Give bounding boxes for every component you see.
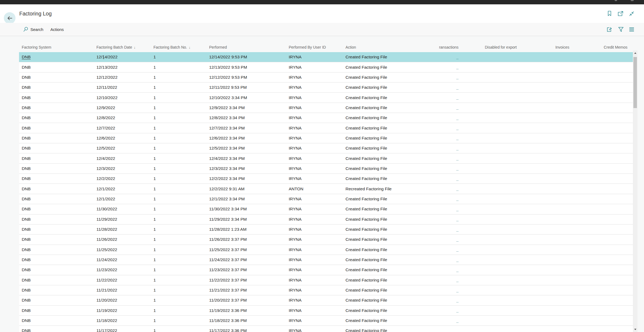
factoring-system-link[interactable]: DNB	[22, 65, 31, 70]
cell-transactions-link[interactable]: _	[439, 143, 460, 153]
table-row[interactable]: DNB ⋮ 12/10/2022 1 12/10/2022 3:34 PM IR…	[19, 93, 633, 103]
cell-transactions-link[interactable]: _	[439, 204, 460, 214]
table-row[interactable]: DNB ⋮ 11/19/2022 1 11/19/2022 3:36 PM IR…	[19, 306, 633, 316]
cell-factoring-system[interactable]: DNB ⋮	[19, 164, 94, 173]
table-row[interactable]: DNB ⋮ 12/3/2022 1 12/3/2022 3:34 PM IRYN…	[19, 164, 633, 174]
scroll-down-button[interactable]	[633, 327, 637, 331]
factoring-system-link[interactable]: DNB	[22, 115, 31, 120]
table-row[interactable]: DNB ⋮ 12/11/2022 1 12/11/2022 9:53 PM IR…	[19, 83, 633, 93]
cell-factoring-system[interactable]: DNB ⋮	[19, 326, 94, 332]
table-row[interactable]: DNB ⋮ 11/20/2022 1 11/20/2022 3:37 PM IR…	[19, 295, 633, 305]
factoring-system-link[interactable]: DNB	[22, 318, 31, 323]
bookmark-button[interactable]	[607, 10, 612, 17]
factoring-system-link[interactable]: DNB	[22, 217, 31, 222]
cell-factoring-system[interactable]: DNB ⋮	[19, 295, 94, 305]
vertical-scrollbar[interactable]	[633, 50, 637, 332]
cell-transactions-link[interactable]: _	[439, 113, 460, 123]
cell-factoring-system[interactable]: DNB ⋮	[19, 255, 94, 265]
factoring-system-link[interactable]: DNB	[22, 237, 31, 242]
table-row[interactable]: DNB ⋮ 11/25/2022 1 11/25/2022 3:37 PM IR…	[19, 245, 633, 255]
cell-factoring-system[interactable]: DNB ⋮	[19, 285, 94, 295]
table-row[interactable]: DNB ⋮ 12/13/2022 1 12/13/2022 9:53 PM IR…	[19, 62, 633, 72]
table-row[interactable]: DNB ⋮ 11/24/2022 1 11/24/2022 3:37 PM IR…	[19, 255, 633, 265]
open-in-new-window-button[interactable]	[617, 11, 624, 17]
cell-transactions-link[interactable]: _	[439, 214, 460, 224]
cell-factoring-system[interactable]: DNB ⋮	[19, 235, 94, 244]
cell-transactions-link[interactable]: _	[439, 83, 460, 92]
table-row[interactable]: DNB ⋮ 12/8/2022 1 12/8/2022 3:34 PM IRYN…	[19, 113, 633, 123]
table-row[interactable]: DNB ⋮ 12/6/2022 1 12/6/2022 3:34 PM IRYN…	[19, 133, 633, 143]
cell-transactions-link[interactable]: _	[439, 164, 460, 173]
cell-transactions-link[interactable]: _	[439, 103, 460, 113]
table-row[interactable]: DNB ⋮ 11/17/2022 1 11/17/2022 3:36 PM IR…	[19, 326, 633, 332]
cell-factoring-system[interactable]: DNB ⋮	[19, 306, 94, 315]
factoring-system-link[interactable]: DNB	[22, 176, 31, 181]
cell-factoring-system[interactable]: DNB ⋮	[19, 93, 94, 102]
cell-factoring-system[interactable]: DNB ⋮	[19, 174, 94, 184]
cell-transactions-link[interactable]: _	[439, 184, 460, 194]
table-row[interactable]: DNB ⋮ 11/18/2022 1 11/18/2022 3:36 PM IR…	[19, 316, 633, 326]
cell-factoring-system[interactable]: DNB ⋮	[19, 275, 94, 285]
column-header-factoring-batch-no[interactable]: Factoring Batch No. ↓	[151, 42, 206, 52]
cell-factoring-system[interactable]: DNB ⋮	[19, 113, 94, 123]
choose-columns-button[interactable]	[629, 27, 635, 32]
factoring-system-link[interactable]: DNB	[22, 166, 31, 171]
factoring-system-link[interactable]: DNB	[22, 278, 31, 283]
cell-transactions-link[interactable]: _	[439, 72, 460, 82]
table-row[interactable]: DNB ⋮ 11/30/2022 1 11/30/2022 3:34 PM IR…	[19, 204, 633, 214]
table-row[interactable]: DNB ⋮ 11/29/2022 1 11/29/2022 3:34 PM IR…	[19, 214, 633, 225]
factoring-system-link[interactable]: DNB	[22, 95, 31, 100]
factoring-system-link[interactable]: DNB	[22, 267, 31, 272]
cell-factoring-system[interactable]: DNB ⋮	[19, 204, 94, 214]
factoring-system-link[interactable]: DNB	[22, 247, 31, 252]
cell-factoring-system[interactable]: DNB ⋮	[19, 194, 94, 204]
share-button[interactable]	[606, 26, 613, 33]
factoring-system-link[interactable]: DNB	[22, 55, 31, 59]
factoring-system-link[interactable]: DNB	[22, 207, 31, 211]
column-header-transactions[interactable]: Transactions	[439, 42, 460, 52]
actions-menu-button[interactable]: Actions	[51, 27, 64, 32]
cell-factoring-system[interactable]: DNB ⋮	[19, 245, 94, 255]
cell-transactions-link[interactable]: _	[439, 255, 460, 265]
cell-transactions-link[interactable]: _	[439, 265, 460, 275]
cell-transactions-link[interactable]: _	[439, 306, 460, 315]
factoring-system-link[interactable]: DNB	[22, 126, 31, 131]
table-row[interactable]: DNB ⋮ 12/4/2022 1 12/4/2022 3:34 PM IRYN…	[19, 153, 633, 163]
factoring-system-link[interactable]: DNB	[22, 328, 31, 332]
factoring-system-link[interactable]: DNB	[22, 136, 31, 141]
table-row[interactable]: DNB ⋮ 11/21/2022 1 11/21/2022 3:37 PM IR…	[19, 285, 633, 295]
cell-factoring-system[interactable]: DNB ⋮	[19, 72, 94, 82]
column-header-performed-by-user-id[interactable]: Performed By User ID	[286, 42, 343, 52]
cell-factoring-system[interactable]: DNB ⋮	[19, 214, 94, 224]
column-header-factoring-system[interactable]: Factoring System	[19, 42, 94, 52]
cell-transactions-link[interactable]: _	[439, 194, 460, 204]
column-header-performed[interactable]: Performed	[206, 42, 286, 52]
factoring-system-link[interactable]: DNB	[22, 308, 31, 313]
factoring-system-link[interactable]: DNB	[22, 156, 31, 161]
cell-factoring-system[interactable]: DNB ⋮	[19, 62, 94, 72]
table-row[interactable]: DNB ⋮ 12/5/2022 1 12/5/2022 3:34 PM IRYN…	[19, 143, 633, 153]
table-row[interactable]: DNB ⋮ 12/1/2022 1 12/1/2022 3:34 PM IRYN…	[19, 194, 633, 204]
cell-factoring-system[interactable]: DNB ⋮	[19, 52, 94, 62]
cell-transactions-link[interactable]: _	[439, 326, 460, 332]
factoring-system-link[interactable]: DNB	[22, 75, 31, 80]
cell-transactions-link[interactable]: _	[439, 93, 460, 102]
cell-transactions-link[interactable]: _	[439, 133, 460, 143]
factoring-system-link[interactable]: DNB	[22, 257, 31, 262]
factoring-system-link[interactable]: DNB	[22, 298, 31, 303]
cell-factoring-system[interactable]: DNB ⋮	[19, 153, 94, 163]
table-row[interactable]: DNB ⋮ 12/12/2022 1 12/12/2022 9:53 PM IR…	[19, 72, 633, 83]
cell-transactions-link[interactable]: _	[439, 285, 460, 295]
factoring-system-link[interactable]: DNB	[22, 197, 31, 201]
cell-factoring-system[interactable]: DNB ⋮	[19, 123, 94, 133]
cell-transactions-link[interactable]: _	[439, 295, 460, 305]
cell-factoring-system[interactable]: DNB ⋮	[19, 225, 94, 234]
cell-factoring-system[interactable]: DNB ⋮	[19, 103, 94, 113]
cell-factoring-system[interactable]: DNB ⋮	[19, 316, 94, 325]
table-row[interactable]: DNB ⋮ 12/1/2022 1 12/2/2022 9:31 AM ANTO…	[19, 184, 633, 194]
scroll-up-button[interactable]	[633, 51, 637, 55]
cell-factoring-system[interactable]: DNB ⋮	[19, 83, 94, 92]
table-row[interactable]: DNB ⋮ 11/28/2022 1 11/28/2022 1:23 AM IR…	[19, 225, 633, 235]
search-button[interactable]: Search	[23, 27, 43, 32]
factoring-system-link[interactable]: DNB	[22, 146, 31, 151]
